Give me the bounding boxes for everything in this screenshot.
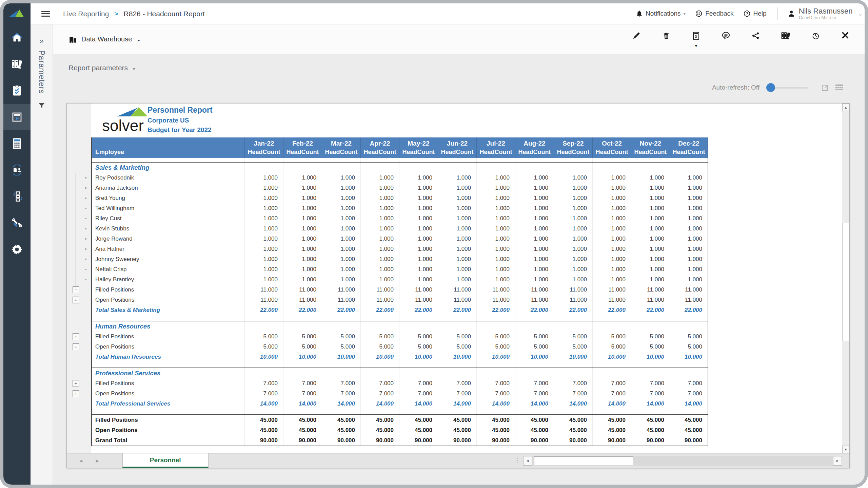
sidebar-item-calculator[interactable]	[3, 130, 31, 157]
value-cell	[670, 409, 708, 414]
solver-logo-icon[interactable]	[3, 3, 31, 24]
expand-button[interactable]: +	[73, 333, 79, 340]
sidebar-item-binders[interactable]	[3, 51, 31, 77]
vertical-scrollbar[interactable]: ▲ ▼	[842, 104, 849, 453]
share-button[interactable]	[747, 32, 765, 42]
filter-funnel-icon[interactable]	[38, 101, 46, 111]
report-parameters-toggle[interactable]: Report parameters ⌄	[68, 64, 157, 72]
row-label-cell: Aria Hafner	[91, 244, 244, 254]
month-column-header: Mar-22HeadCount	[322, 137, 360, 158]
history-button[interactable]	[806, 32, 825, 42]
page-title: R826 - Headcount Report	[124, 10, 205, 18]
send-to-archive-button[interactable]	[776, 32, 795, 42]
month-column-header: Feb-22HeadCount	[283, 137, 322, 158]
prev-sheet-button[interactable]: ◄	[78, 458, 83, 464]
section-total-row: Total Professional Services14.00014.0001…	[67, 399, 708, 409]
row-label-cell: Filled Positions	[91, 332, 244, 342]
sidebar-item-settings-gear[interactable]	[3, 236, 31, 263]
value-cell: 10.000	[592, 352, 631, 362]
next-sheet-button[interactable]: ►	[95, 458, 100, 464]
expand-button[interactable]: +	[73, 390, 79, 397]
value-cell: 45.000	[244, 425, 283, 435]
expand-panel-icon[interactable]: »	[39, 37, 43, 45]
scroll-left-button[interactable]: ◄	[523, 456, 532, 466]
value-cell: 1.000	[399, 213, 438, 224]
value-cell: 5.000	[670, 342, 708, 352]
expand-button[interactable]: +	[73, 297, 79, 303]
delete-button[interactable]	[657, 32, 675, 42]
collapse-button[interactable]: −	[73, 286, 79, 293]
value-cell: 5.000	[631, 342, 670, 352]
sheet-tab-personnel[interactable]: Personnel	[122, 453, 209, 468]
vertical-scroll-thumb[interactable]	[843, 223, 849, 341]
value-cell: 7.000	[360, 378, 399, 389]
data-source-selector[interactable]: Data Warehouse ⌄	[68, 35, 141, 44]
expand-button[interactable]: +	[73, 380, 79, 387]
open-in-window-icon[interactable]	[821, 83, 829, 92]
slider-knob[interactable]	[766, 83, 775, 92]
horizontal-scrollbar[interactable]: ◄ ►	[523, 456, 842, 466]
value-cell: 1.000	[322, 234, 360, 244]
value-cell: 1.000	[554, 213, 592, 224]
hamburger-menu-icon[interactable]	[41, 10, 50, 18]
scrollbar-corner	[842, 453, 849, 468]
table-grid-icon[interactable]	[835, 83, 844, 92]
document-user-sync-icon	[11, 165, 23, 175]
value-cell: 1.000	[399, 234, 438, 244]
table-row	[67, 158, 708, 162]
notifications-button[interactable]: Notifications▾	[636, 10, 686, 17]
value-cell: 1.000	[360, 234, 399, 244]
value-cell: 1.000	[283, 193, 322, 203]
comment-button[interactable]	[717, 32, 735, 42]
user-menu[interactable]: Nils Rasmussen CorpDemo Master ⌄	[787, 7, 863, 20]
feedback-button[interactable]: Feedback	[695, 10, 733, 17]
export-to-excel-button[interactable]: X▼	[687, 32, 705, 47]
help-button[interactable]: ? Help	[743, 10, 767, 17]
value-cell: 1.000	[515, 264, 554, 275]
sidebar-item-document-user-sync[interactable]	[3, 157, 31, 183]
breadcrumb-section[interactable]: Live Reporting	[63, 10, 109, 18]
gutter-cell	[67, 163, 91, 173]
send-to-archive-icon	[781, 32, 791, 40]
value-cell: 1.000	[322, 254, 360, 264]
value-cell: 1.000	[554, 224, 592, 234]
value-cell	[360, 368, 399, 378]
sidebar-item-tools[interactable]	[3, 210, 31, 236]
value-cell: 1.000	[244, 234, 283, 244]
gutter-cell	[67, 315, 91, 321]
sidebar-item-tasks-clipboard[interactable]	[3, 77, 31, 104]
scroll-right-button[interactable]: ►	[833, 456, 842, 466]
value-cell: 22.000	[670, 305, 708, 315]
close-button[interactable]	[836, 32, 854, 41]
row-label-cell: Sales & Marketing	[91, 163, 244, 173]
expand-button[interactable]: +	[73, 343, 79, 350]
scroll-up-button[interactable]: ▲	[842, 104, 849, 111]
value-cell	[631, 409, 670, 414]
value-cell: 1.000	[631, 244, 670, 254]
process-flow-icon	[11, 191, 23, 202]
value-cell: 5.000	[399, 342, 438, 352]
filled-positions-row: +Filled Positions5.0005.0005.0005.0005.0…	[67, 332, 708, 342]
month-column-header: Nov-22HeadCount	[631, 137, 670, 158]
gutter-cell	[67, 158, 91, 162]
top-bar: Live Reporting > R826 - Headcount Report…	[31, 3, 865, 24]
value-cell: 45.000	[515, 415, 554, 425]
value-cell: 5.000	[631, 332, 670, 342]
value-cell	[631, 362, 670, 368]
value-cell	[244, 321, 283, 332]
value-cell: 90.000	[515, 435, 554, 446]
tab-scroll-splitter[interactable]: ⋮	[511, 453, 523, 468]
sidebar-item-report-player[interactable]	[3, 104, 31, 130]
scroll-down-button[interactable]: ▼	[842, 446, 849, 453]
edit-button[interactable]	[627, 32, 646, 42]
grand-total-row: Grand Total90.00090.00090.00090.00090.00…	[67, 435, 708, 446]
value-cell	[554, 321, 592, 332]
auto-refresh-slider[interactable]	[768, 87, 808, 89]
sidebar-item-process-flow[interactable]	[3, 183, 31, 210]
sidebar-item-home[interactable]	[3, 24, 31, 51]
value-cell: 90.000	[438, 435, 476, 446]
value-cell: 14.000	[554, 399, 592, 409]
sheet-tab-bar: ◄ ► Personnel ⋮ ◄ ►	[67, 453, 849, 468]
horizontal-scroll-thumb[interactable]	[534, 456, 633, 465]
value-cell	[244, 163, 283, 173]
